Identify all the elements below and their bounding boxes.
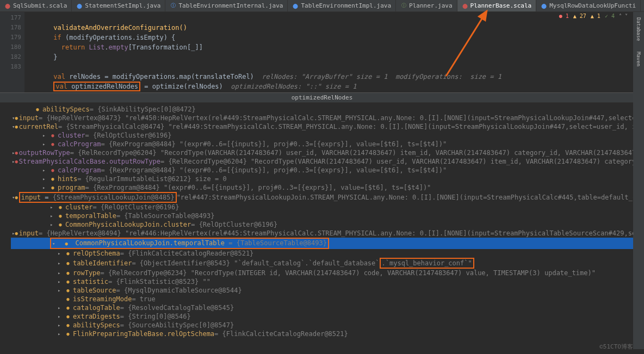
inspection-status: ● 1 ▲ 27 ▲ 1 ✓ 4 ˄ ˅ — [559, 13, 628, 19]
debug-row[interactable]: ▸●abilitySpecs = {SourceAbilitySpec[0]@8… — [11, 321, 642, 330]
debug-row[interactable]: ▸●calcProgram = {RexProgram@8484} "(expr… — [11, 166, 642, 175]
debug-row[interactable]: ▸●calcProgram = {RexProgram@8484} "(expr… — [11, 140, 642, 148]
expand-arrow[interactable]: ▸ — [58, 269, 64, 277]
field-icon: ● — [64, 269, 72, 277]
field-icon: ● — [64, 321, 72, 330]
tab-planner-java[interactable]: ⒾPlanner.java — [396, 0, 457, 11]
right-tool-sidebar: Database Maven — [633, 12, 644, 349]
field-icon: ● — [64, 259, 72, 268]
debug-row[interactable]: ▾●input = {StreamPhysicalLookupJoin@8485… — [11, 192, 642, 203]
expand-arrow[interactable]: ▸ — [58, 259, 64, 268]
debug-row[interactable]: ▾●currentRel = {StreamPhysicalCalc@8474}… — [11, 122, 642, 131]
field-icon: ● — [15, 193, 17, 202]
expand-arrow[interactable]: ▸ — [42, 131, 49, 140]
debug-row[interactable]: ▾ ● CommonPhysicalLookupJoin.temporalTab… — [11, 238, 642, 249]
debug-row[interactable]: ▸●tableIdentifier = {ObjectIdentifier@85… — [11, 258, 642, 269]
field-icon: ● — [49, 175, 57, 183]
editor-tabs: ⬤SqlSubmit.scala⬤StatementSetImpl.javaⒾT… — [0, 0, 644, 12]
field-icon: ● — [57, 212, 64, 220]
debug-row[interactable]: ▸●StreamPhysicalCalcBase.outputRowType =… — [11, 157, 642, 166]
field-icon: ● — [49, 131, 57, 140]
sidebar-maven[interactable]: Maven — [636, 52, 641, 66]
debug-row[interactable]: ●isStreamingMode = true — [11, 295, 642, 303]
expand-arrow[interactable]: ▸ — [58, 312, 64, 321]
field-icon: ● — [34, 105, 41, 114]
expand-arrow[interactable]: ▸ — [42, 175, 49, 183]
debug-row[interactable]: ▸●extraDigests = {String[0]@8546} — [11, 312, 642, 321]
field-icon: ● — [49, 166, 57, 175]
field-icon: ● — [64, 295, 72, 303]
debug-row[interactable]: ▸●relOptSchema = {FlinkCalciteCatalogRea… — [11, 249, 642, 258]
debug-row[interactable]: ●abilitySpecs = {SinkAbilitySpec[0]@8472… — [11, 105, 642, 114]
tab-tableenvironmentimpl-java[interactable]: ⬤TableEnvironmentImpl.java — [288, 0, 396, 11]
watermark: ©51CTO博客 — [599, 343, 633, 351]
debug-row[interactable]: ▸●rowType = {RelRecordType@6234} "Record… — [11, 269, 642, 277]
debug-row[interactable]: ▸●statistic = {FlinkStatistic@8523} "" — [11, 277, 642, 286]
field-icon: ● — [15, 157, 17, 166]
tab-tableenvironmentinternal-java[interactable]: ⒾTableEnvironmentInternal.java — [165, 0, 288, 11]
expand-arrow[interactable]: ▸ — [50, 212, 57, 220]
field-icon: ● — [15, 148, 17, 157]
debug-row[interactable]: ▸●cluster = {RelOptCluster@6196} — [11, 131, 642, 140]
field-icon: ● — [57, 203, 64, 212]
field-icon: ● — [57, 220, 64, 229]
debug-row[interactable]: ▸●CommonPhysicalLookupJoin.cluster = {Re… — [11, 220, 642, 229]
expand-arrow[interactable]: ▸ — [58, 286, 64, 295]
expand-arrow[interactable]: ▸ — [58, 249, 64, 258]
debug-row[interactable]: ▸●cluster = {RelOptCluster@6196} — [11, 203, 642, 212]
expand-arrow[interactable]: ▸ — [58, 321, 64, 330]
debug-variables-tree[interactable]: ●abilitySpecs = {SinkAbilitySpec[0]@8472… — [0, 103, 644, 353]
debug-row[interactable]: ▸●catalogTable = {ResolvedCatalogTable@8… — [11, 303, 642, 312]
expand-arrow[interactable]: ▸ — [58, 303, 64, 312]
debug-row[interactable]: ▸●temporalTable = {TableSourceTable@8493… — [11, 212, 642, 220]
field-icon: ● — [15, 229, 17, 238]
expand-arrow[interactable]: ▸ — [42, 166, 49, 175]
field-icon: ● — [64, 277, 72, 286]
debug-panel-title: optimizedRelNodes — [0, 92, 644, 103]
line-gutter: 177178179180182183 — [0, 12, 24, 92]
expand-arrow[interactable]: ▸ — [58, 277, 64, 286]
expand-arrow[interactable]: ▸ — [42, 183, 49, 192]
expand-arrow[interactable]: ▸ — [50, 220, 57, 229]
field-icon: ● — [49, 140, 57, 148]
tab-statementsetimpl-java[interactable]: ⬤StatementSetImpl.java — [72, 0, 165, 11]
expand-arrow[interactable]: ▸ — [50, 203, 57, 212]
field-icon: ● — [15, 122, 17, 131]
field-icon: ● — [64, 330, 72, 338]
tabs-more[interactable]: ⋮ ˅ — [641, 0, 644, 11]
field-icon: ● — [64, 286, 72, 295]
debug-row[interactable]: ▸●program = {RexProgram@8484} "(expr#0..… — [11, 183, 642, 192]
expand-arrow[interactable]: ▸ — [58, 330, 64, 338]
field-icon: ● — [64, 312, 72, 321]
debug-row[interactable]: ▸●outputRowType = {RelRecordType@6204} "… — [11, 148, 642, 157]
code-editor[interactable]: 177178179180182183 validateAndOverrideCo… — [0, 12, 644, 92]
code-content[interactable]: validateAndOverrideConfiguration() if (m… — [24, 12, 644, 92]
tab-mysqlrowdatalookupfuncti[interactable]: ⬤MysqlRowDataLookUpFuncti — [536, 0, 641, 11]
field-icon: ● — [64, 249, 72, 258]
sidebar-database[interactable]: Database — [636, 17, 641, 41]
field-icon: ● — [15, 114, 17, 122]
tab-plannerbase-scala[interactable]: ⬤PlannerBase.scala — [457, 0, 537, 11]
debug-row[interactable]: ▸●input = {HepRelVertex@8494} "rel#446:H… — [11, 229, 642, 238]
field-icon: ● — [64, 303, 72, 312]
debug-row[interactable]: ▸●tableSource = {MysqlDynamicTableSource… — [11, 286, 642, 295]
field-icon: ● — [49, 183, 57, 192]
debug-row[interactable]: ▸●FlinkPreparingTableBase.relOptSchema =… — [11, 330, 642, 338]
debug-row[interactable]: ▸●hints = {RegularImmutableList@6212} si… — [11, 175, 642, 183]
debug-row[interactable]: ▾●input = {HepRelVertex@8473} "rel#450:H… — [11, 114, 642, 122]
expand-arrow[interactable]: ▸ — [42, 140, 49, 148]
tab-sqlsubmit-scala[interactable]: ⬤SqlSubmit.scala — [0, 0, 72, 11]
